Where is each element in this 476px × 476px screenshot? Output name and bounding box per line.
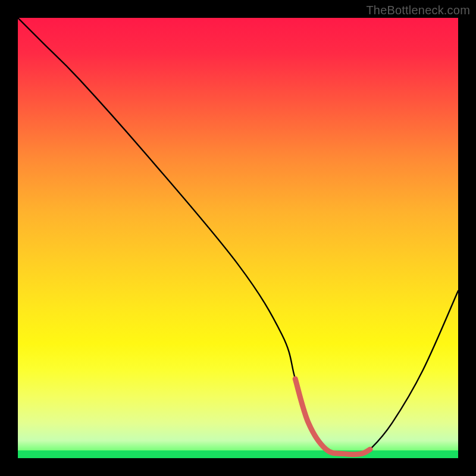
low-bottleneck-highlight xyxy=(295,379,370,455)
curve-layer xyxy=(18,18,458,458)
watermark-text: TheBottleneck.com xyxy=(366,4,470,17)
plot-area xyxy=(18,18,458,458)
bottleneck-curve xyxy=(18,18,458,455)
chart-stage: TheBottleneck.com xyxy=(0,0,476,476)
